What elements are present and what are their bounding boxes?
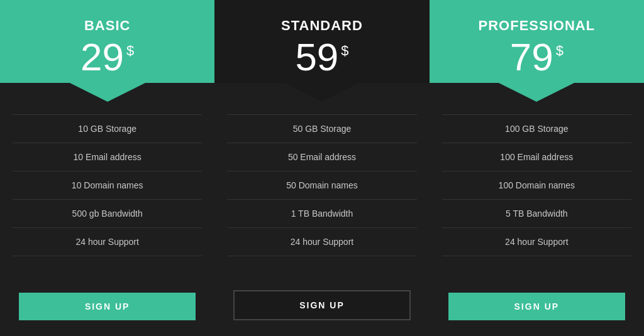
plan-footer-standard: SIGN UP [214, 278, 429, 336]
feature-item-standard-2: 50 Domain names [227, 171, 416, 200]
signup-button-basic[interactable]: SIGN UP [19, 293, 196, 320]
plan-price-standard: 59$ [227, 38, 416, 77]
plan-footer-professional: SIGN UP [430, 280, 644, 336]
plan-basic: BASIC29$10 GB Storage10 Email address10 … [0, 0, 214, 336]
plan-price-number-professional: 79 [510, 38, 553, 77]
plan-currency-professional: $ [556, 44, 564, 58]
plan-features-professional: 100 GB Storage100 Email address100 Domai… [430, 114, 644, 280]
plan-features-basic: 10 GB Storage10 Email address10 Domain n… [0, 114, 214, 280]
signup-button-professional[interactable]: SIGN UP [448, 293, 625, 320]
plan-header-basic: BASIC29$ [0, 0, 214, 83]
feature-item-standard-3: 1 TB Bandwidth [227, 200, 416, 228]
plan-price-professional: 79$ [442, 38, 631, 77]
feature-item-basic-0: 10 GB Storage [13, 114, 202, 143]
feature-item-basic-2: 10 Domain names [13, 171, 202, 200]
plan-name-basic: BASIC [13, 18, 202, 34]
plan-currency-basic: $ [126, 44, 134, 58]
feature-item-standard-0: 50 GB Storage [227, 114, 416, 143]
feature-item-professional-1: 100 Email address [442, 143, 631, 171]
feature-item-standard-4: 24 hour Support [227, 228, 416, 256]
plan-name-standard: STANDARD [227, 18, 416, 34]
feature-item-professional-0: 100 GB Storage [442, 114, 631, 143]
pricing-container: BASIC29$10 GB Storage10 Email address10 … [0, 0, 644, 336]
feature-item-standard-1: 50 Email address [227, 143, 416, 171]
feature-item-professional-2: 100 Domain names [442, 171, 631, 200]
feature-item-professional-3: 5 TB Bandwidth [442, 200, 631, 228]
plan-header-standard: STANDARD59$ [214, 0, 429, 83]
feature-item-basic-1: 10 Email address [13, 143, 202, 171]
plan-footer-basic: SIGN UP [0, 280, 214, 336]
signup-button-standard[interactable]: SIGN UP [233, 290, 410, 320]
plan-price-basic: 29$ [13, 38, 202, 77]
feature-item-professional-4: 24 hour Support [442, 228, 631, 256]
plan-standard: STANDARD59$50 GB Storage50 Email address… [214, 0, 429, 336]
plan-header-professional: PROFESSIONAL79$ [430, 0, 644, 83]
plan-price-number-basic: 29 [80, 38, 124, 77]
plan-currency-standard: $ [341, 44, 348, 58]
plan-professional: PROFESSIONAL79$100 GB Storage100 Email a… [430, 0, 644, 336]
plan-price-number-standard: 59 [295, 38, 338, 77]
plan-name-professional: PROFESSIONAL [442, 18, 631, 34]
feature-item-basic-4: 24 hour Support [13, 228, 202, 256]
feature-item-basic-3: 500 gb Bandwidth [13, 200, 202, 228]
plan-features-standard: 50 GB Storage50 Email address50 Domain n… [214, 114, 429, 278]
